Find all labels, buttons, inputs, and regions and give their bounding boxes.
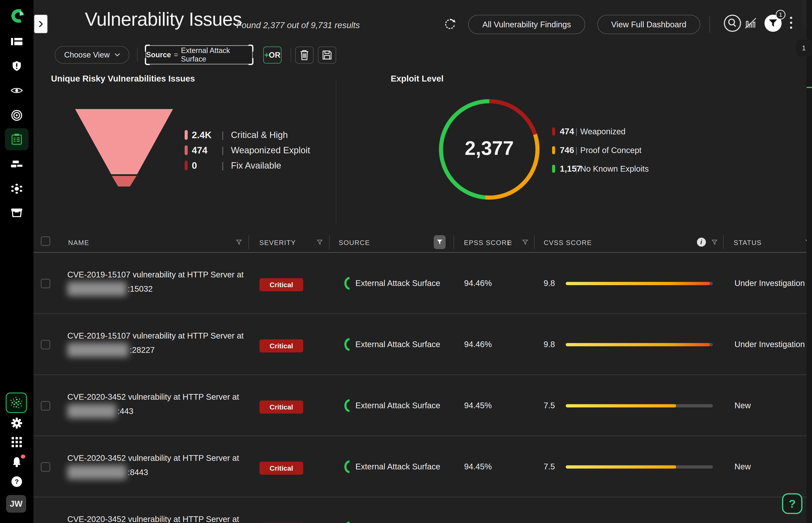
severity-badge: Critical: [260, 462, 303, 475]
redacted-ip: [67, 282, 126, 296]
header-divider: [710, 16, 710, 33]
delete-filter-button[interactable]: [295, 47, 314, 64]
gear-icon: [11, 417, 22, 429]
redacted-ip: [67, 465, 126, 480]
eye-icon: [11, 87, 23, 94]
cvss-score: 7.5: [531, 462, 555, 471]
sidebar-item-ai-feature[interactable]: [6, 393, 27, 413]
sidebar-item-risks[interactable]: [0, 61, 33, 71]
status-label: Under Investigation: [735, 278, 805, 288]
sidebar-item-connections[interactable]: [0, 183, 33, 195]
row-checkbox[interactable]: [41, 401, 50, 411]
results-count: Found 2,377 out of 9,731 results: [237, 20, 360, 30]
bell-icon: [12, 456, 22, 467]
col-source[interactable]: SOURCE: [339, 239, 370, 247]
edge-panel-strip: [807, 0, 812, 523]
sidebar-item-assets[interactable]: [0, 159, 33, 169]
search-button[interactable]: [724, 15, 741, 32]
table-row[interactable]: CVE-2020-3452 vulnerability at HTTP Serv…: [33, 375, 812, 436]
all-vulnerability-findings-button[interactable]: All Vulnerability Findings: [468, 15, 585, 34]
sidebar-item-dashboards[interactable]: [0, 36, 33, 47]
refresh-button[interactable]: [444, 17, 456, 30]
filter-chip-source[interactable]: Source = External Attack Surface: [145, 45, 253, 65]
question-icon: ?: [11, 476, 22, 487]
sidebar-item-settings[interactable]: [0, 417, 33, 429]
status-label: New: [735, 401, 751, 410]
chevron-right-icon: [38, 20, 44, 28]
vulnerability-name[interactable]: CVE-2019-15107 vulnerability at HTTP Ser…: [67, 267, 244, 296]
help-button[interactable]: ?: [782, 493, 802, 514]
severity-filter-icon[interactable]: [317, 240, 323, 245]
legend-marker: [185, 161, 188, 170]
sidebar-item-monitoring[interactable]: [0, 85, 33, 96]
active-filter-count-badge: 1: [776, 10, 785, 20]
col-epss[interactable]: EPSS SCORE: [464, 239, 512, 247]
col-status[interactable]: STATUS: [734, 239, 762, 247]
table-row[interactable]: CVE-2019-15107 vulnerability at HTTP Ser…: [33, 314, 812, 375]
cvss-info-icon[interactable]: i: [697, 238, 706, 247]
donut-legend-item: 746 | Proof of Concept: [552, 144, 641, 156]
col-cvss[interactable]: CVSS SCORE: [544, 239, 592, 247]
col-name[interactable]: NAME: [68, 239, 89, 247]
vulnerability-name[interactable]: CVE-2020-3452 vulnerability at HTTP Serv…: [67, 390, 239, 418]
sidebar-item-apps[interactable]: [0, 437, 33, 447]
brand-logo-icon[interactable]: [0, 8, 33, 24]
table-row[interactable]: CVE-2020-3452 vulnerability at HTTP Serv…: [33, 497, 812, 523]
row-checkbox[interactable]: [41, 340, 50, 349]
clipboard-list-icon: [11, 133, 22, 145]
save-icon: [322, 50, 332, 60]
dashboard-icon: [11, 37, 23, 47]
source-label: External Attack Surface: [356, 401, 440, 410]
sidebar-item-notifications[interactable]: [0, 456, 33, 468]
select-all-checkbox[interactable]: [41, 236, 50, 246]
sort-icon[interactable]: ↓↑: [507, 238, 512, 247]
funnel-legend-item: 2.4K | Critical & High: [185, 129, 288, 141]
source-label: External Attack Surface: [356, 278, 440, 288]
status-label: Under Investigation: [735, 340, 805, 349]
redacted-ip: [67, 404, 116, 418]
shield-alert-icon: [12, 61, 22, 71]
severity-badge: Critical: [260, 400, 303, 414]
sidebar-item-inventory[interactable]: [0, 207, 33, 218]
cvss-score: 7.5: [531, 401, 555, 410]
side-panel-tab[interactable]: 1: [796, 39, 812, 57]
vulnerability-name[interactable]: CVE-2020-3452 vulnerability at HTTP Serv…: [67, 512, 239, 523]
add-or-filter-button[interactable]: +OR: [263, 47, 281, 64]
row-checkbox[interactable]: [41, 462, 50, 472]
source-label: External Attack Surface: [356, 462, 440, 471]
user-avatar[interactable]: JW: [6, 495, 26, 512]
expand-panel-button[interactable]: [34, 14, 48, 34]
source-filter-active[interactable]: [434, 235, 446, 249]
donut-total: 2,377: [436, 137, 542, 159]
chart-toggle-button[interactable]: [745, 17, 757, 29]
sidebar-item-help[interactable]: ?: [0, 476, 33, 487]
dots-spiral-icon: [9, 396, 24, 410]
archive-box-icon: [11, 208, 23, 217]
epss-filter-icon[interactable]: [522, 240, 528, 245]
row-checkbox[interactable]: [41, 279, 50, 288]
source-label: External Attack Surface: [356, 340, 440, 349]
epss-score: 94.45%: [464, 462, 492, 471]
choose-view-dropdown[interactable]: Choose View: [55, 46, 129, 64]
save-view-button[interactable]: [318, 47, 336, 64]
target-icon: [11, 110, 22, 121]
sidebar-item-targets[interactable]: [0, 110, 33, 121]
vulnerability-name[interactable]: CVE-2019-15107 vulnerability at HTTP Ser…: [67, 328, 244, 357]
findings-table: NAME SEVERITY SOURCE EPSS SCORE ↓↑: [33, 232, 812, 523]
grid-icon: [12, 437, 22, 447]
cvss-filter-icon[interactable]: [712, 240, 717, 245]
sidebar-item-action-items-active[interactable]: [5, 128, 29, 150]
source-icon: [343, 276, 352, 292]
more-menu-button[interactable]: [790, 17, 792, 29]
funnel-legend-item: 0 | Fix Available: [185, 159, 281, 172]
cvss-bar: [566, 343, 713, 346]
trash-icon: [300, 50, 309, 60]
table-header: NAME SEVERITY SOURCE EPSS SCORE ↓↑: [33, 232, 812, 253]
name-filter-icon[interactable]: [236, 240, 242, 245]
vulnerability-name[interactable]: CVE-2020-3452 vulnerability at HTTP Serv…: [67, 451, 239, 480]
col-severity[interactable]: SEVERITY: [259, 239, 296, 247]
view-full-dashboard-button[interactable]: View Full Dashboard: [598, 15, 700, 34]
funnel-icon: [768, 19, 778, 28]
table-row[interactable]: CVE-2020-3452 vulnerability at HTTP Serv…: [33, 436, 812, 497]
table-row[interactable]: CVE-2019-15107 vulnerability at HTTP Ser…: [33, 253, 812, 314]
